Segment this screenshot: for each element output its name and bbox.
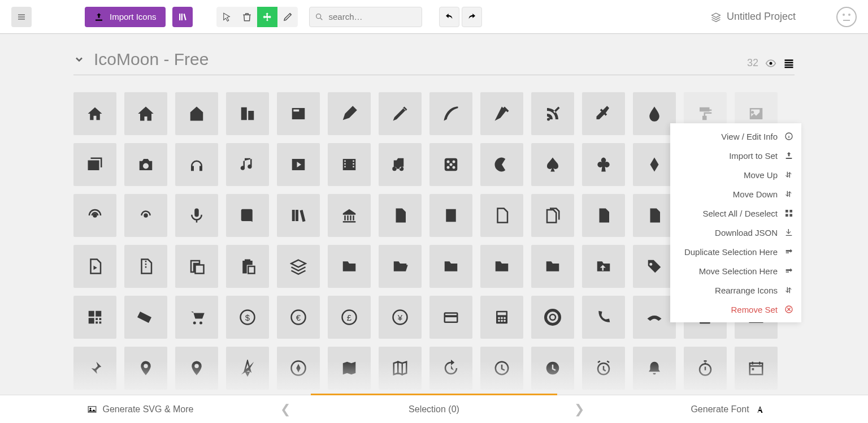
icon-tile-stopwatch[interactable]	[684, 347, 727, 390]
icon-tile-clock2[interactable]	[531, 347, 574, 390]
icon-tile-phone-hang-up[interactable]	[633, 296, 676, 339]
icon-tile-feed[interactable]	[124, 194, 167, 237]
redo-button[interactable]	[462, 7, 482, 27]
edit-tool[interactable]	[277, 7, 298, 27]
menu-view-edit-info[interactable]: View / Edit Info	[670, 127, 801, 146]
icon-tile-folder[interactable]	[328, 245, 371, 288]
icon-tile-home3[interactable]	[175, 92, 218, 135]
icon-tile-coin-euro[interactable]: €	[277, 296, 320, 339]
icon-tile-folder-open[interactable]	[379, 245, 422, 288]
icon-tile-home2[interactable]	[124, 92, 167, 135]
import-icons-button[interactable]: Import Icons	[85, 7, 166, 27]
select-tool[interactable]	[216, 7, 237, 27]
icon-tile-stack[interactable]	[277, 245, 320, 288]
icon-tile-eyedropper[interactable]	[582, 92, 625, 135]
icon-tile-folder-minus[interactable]	[480, 245, 523, 288]
icon-tile-compass[interactable]	[226, 347, 269, 390]
icon-tile-video-camera[interactable]	[379, 143, 422, 186]
icon-tile-film[interactable]	[328, 143, 371, 186]
generate-svg-tab[interactable]: Generate SVG & More	[0, 395, 280, 423]
icon-tile-blog[interactable]	[531, 92, 574, 135]
undo-button[interactable]	[439, 7, 459, 27]
menu-duplicate-selection[interactable]: Duplicate Selection Here	[670, 242, 801, 261]
icon-tile-map[interactable]	[328, 347, 371, 390]
move-tool[interactable]	[257, 7, 277, 27]
icon-tile-location[interactable]	[124, 347, 167, 390]
icon-tile-file-text[interactable]	[379, 194, 422, 237]
icon-tile-clock[interactable]	[480, 347, 523, 390]
icon-tile-droplet[interactable]	[633, 92, 676, 135]
library-button[interactable]	[172, 7, 193, 27]
icon-tile-coin-pound[interactable]: £	[328, 296, 371, 339]
icon-tile-folder-download[interactable]	[531, 245, 574, 288]
icon-tile-paste[interactable]	[226, 245, 269, 288]
menu-rearrange[interactable]: Rearrange Icons	[670, 280, 801, 300]
icon-tile-play[interactable]	[277, 143, 320, 186]
eye-icon[interactable]	[765, 58, 776, 69]
icon-tile-music[interactable]	[226, 143, 269, 186]
search-input[interactable]	[309, 7, 422, 27]
generate-font-tab[interactable]: Generate Font	[588, 395, 868, 423]
icon-tile-price-tag[interactable]	[633, 245, 676, 288]
icon-tile-pushpin[interactable]	[73, 347, 116, 390]
icon-tile-calendar[interactable]	[735, 347, 778, 390]
icon-tile-profile[interactable]	[429, 194, 472, 237]
icon-tile-library[interactable]	[328, 194, 371, 237]
menu-move-up[interactable]: Move Up	[670, 165, 801, 184]
icon-tile-spades[interactable]	[531, 143, 574, 186]
icon-tile-pacman[interactable]	[480, 143, 523, 186]
chevron-down-icon[interactable]	[73, 54, 85, 65]
icon-tile-files-empty[interactable]	[531, 194, 574, 237]
user-avatar[interactable]	[836, 7, 857, 27]
icon-tile-podcast[interactable]	[73, 194, 116, 237]
icon-tile-file-text2[interactable]	[582, 194, 625, 237]
icon-tile-ticket[interactable]	[124, 296, 167, 339]
icon-tile-images[interactable]	[73, 143, 116, 186]
icon-tile-book[interactable]	[226, 194, 269, 237]
icon-tile-bell[interactable]	[633, 347, 676, 390]
menu-download-json[interactable]: Download JSON	[670, 223, 801, 242]
icon-tile-coin-dollar[interactable]: $	[226, 296, 269, 339]
icon-tile-copy[interactable]	[175, 245, 218, 288]
icon-tile-location2[interactable]	[175, 347, 218, 390]
icon-tile-file-video[interactable]	[73, 245, 116, 288]
icon-tile-file-zip[interactable]	[124, 245, 167, 288]
icon-tile-file-picture[interactable]	[633, 194, 676, 237]
project-selector[interactable]: Untitled Project	[711, 11, 796, 23]
menu-button[interactable]	[11, 7, 32, 27]
menu-remove-set[interactable]: Remove Set	[670, 300, 801, 319]
icon-tile-mic[interactable]	[175, 194, 218, 237]
icon-tile-cart[interactable]	[175, 296, 218, 339]
menu-move-selection[interactable]: Move Selection Here	[670, 261, 801, 280]
icon-tile-headphones[interactable]	[175, 143, 218, 186]
icon-tile-compass2[interactable]	[277, 347, 320, 390]
icon-tile-map2[interactable]	[379, 347, 422, 390]
icon-tile-clubs[interactable]	[582, 143, 625, 186]
icon-tile-pencil[interactable]	[328, 92, 371, 135]
icon-tile-camera[interactable]	[124, 143, 167, 186]
icon-tile-dice[interactable]	[429, 143, 472, 186]
icon-tile-quill[interactable]	[429, 92, 472, 135]
menu-import-to-set[interactable]: Import to Set	[670, 146, 801, 165]
icon-tile-qrcode[interactable]	[73, 296, 116, 339]
set-menu-icon[interactable]	[783, 58, 795, 69]
menu-select-all[interactable]: Select All / Deselect	[670, 204, 801, 223]
selection-tab[interactable]: Selection (0)	[294, 395, 574, 423]
icon-tile-credit-card[interactable]	[429, 296, 472, 339]
icon-tile-home[interactable]	[73, 92, 116, 135]
menu-move-down[interactable]: Move Down	[670, 184, 801, 204]
icon-tile-calculator[interactable]	[480, 296, 523, 339]
icon-tile-alarm[interactable]	[582, 347, 625, 390]
delete-tool[interactable]	[237, 7, 257, 27]
icon-tile-phone[interactable]	[582, 296, 625, 339]
icon-tile-newspaper[interactable]	[277, 92, 320, 135]
icon-tile-pencil2[interactable]	[379, 92, 422, 135]
icon-tile-folder-upload[interactable]	[582, 245, 625, 288]
icon-tile-pen[interactable]	[480, 92, 523, 135]
icon-tile-history[interactable]	[429, 347, 472, 390]
icon-tile-books[interactable]	[277, 194, 320, 237]
icon-tile-office[interactable]	[226, 92, 269, 135]
icon-tile-coin-yen[interactable]: ¥	[379, 296, 422, 339]
icon-tile-lifebuoy[interactable]	[531, 296, 574, 339]
icon-tile-diamonds[interactable]	[633, 143, 676, 186]
